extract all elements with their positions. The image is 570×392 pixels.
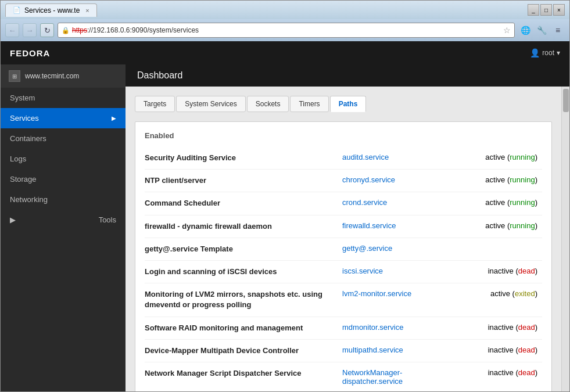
sidebar-item-containers[interactable]: Containers — [1, 128, 126, 149]
service-status: active (exited) — [476, 289, 542, 298]
sidebar-item-networking[interactable]: Networking — [1, 189, 126, 210]
sidebar-item-networking-label: Networking — [10, 195, 48, 204]
username-label: root — [542, 49, 554, 57]
service-status: active (running) — [476, 221, 542, 230]
tab-paths[interactable]: Paths — [330, 96, 367, 112]
service-status: active (running) — [476, 198, 542, 207]
status-text: inactive — [488, 267, 514, 275]
address-bar[interactable]: 🔒 https://192.168.0.6:9090/system/servic… — [58, 23, 515, 38]
status-text: inactive — [488, 346, 514, 354]
content-area: Targets System Services Sockets Timers — [126, 87, 561, 391]
tab-bar: Targets System Services Sockets Timers — [135, 96, 552, 112]
app-header: FEDORA 👤 root ▾ — [1, 41, 569, 64]
tab-system-services[interactable]: System Services — [176, 96, 245, 112]
tab-favicon: 📄 — [13, 6, 21, 14]
sidebar-item-tools-expand-icon: ▶ — [10, 215, 16, 224]
table-row[interactable]: Software RAID monitoring and management … — [145, 317, 542, 340]
service-file: chronyd.service — [342, 175, 476, 184]
table-row[interactable]: Command Scheduler crond.service active (… — [145, 192, 542, 215]
table-row[interactable]: Login and scanning of iSCSI devices iscs… — [145, 261, 542, 283]
bookmark-star-icon[interactable]: ☆ — [503, 26, 511, 35]
service-file: NetworkManager-dispatcher.service — [342, 368, 476, 386]
service-file: iscsi.service — [342, 267, 476, 275]
status-text: inactive — [488, 323, 514, 332]
status-state: exited — [515, 289, 535, 298]
browser-icon-1[interactable]: 🌐 — [518, 23, 532, 37]
back-button[interactable]: ← — [5, 23, 19, 37]
status-text: active — [490, 289, 510, 298]
scrollbar-thumb[interactable] — [563, 89, 569, 112]
tab-targets-label: Targets — [144, 100, 166, 108]
service-name: Login and scanning of iSCSI devices — [145, 267, 342, 277]
service-name: Monitoring of LVM2 mirrors, snapshots et… — [145, 289, 342, 310]
tab-close-button[interactable]: × — [85, 7, 89, 14]
table-row[interactable]: Security Auditing Service auditd.service… — [145, 147, 542, 170]
status-text: active — [485, 175, 505, 184]
status-state: running — [510, 175, 535, 184]
user-chevron-icon: ▾ — [557, 49, 560, 57]
table-row[interactable]: firewalld - dynamic firewall daemon fire… — [145, 215, 542, 238]
window-close-button[interactable]: × — [553, 4, 565, 16]
services-panel: Enabled Security Auditing Service auditd… — [135, 121, 552, 391]
service-status: inactive (dead) — [476, 346, 542, 354]
table-row[interactable]: Device-Mapper Multipath Device Controlle… — [145, 340, 542, 362]
sidebar-item-services[interactable]: Services ▶ — [1, 108, 126, 128]
service-name: Command Scheduler — [145, 198, 342, 208]
app-brand: FEDORA — [10, 48, 50, 58]
user-menu[interactable]: 👤 root ▾ — [530, 48, 560, 57]
window-controls: _ □ × — [528, 4, 565, 16]
status-state: dead — [518, 267, 535, 275]
table-row[interactable]: NTP client/server chronyd.service active… — [145, 170, 542, 192]
tab-paths-label: Paths — [339, 100, 358, 108]
refresh-button[interactable]: ↻ — [40, 23, 54, 37]
tab-system-services-label: System Services — [185, 100, 236, 108]
sidebar-item-tools-label: Tools — [99, 215, 116, 224]
browser-toolbar: ← → ↻ 🔒 https://192.168.0.6:9090/system/… — [1, 19, 569, 41]
status-state: running — [510, 198, 535, 207]
service-name: NTP client/server — [145, 175, 342, 186]
site-name: www.tecmint.com — [25, 72, 79, 80]
sidebar-item-services-label: Services — [10, 114, 39, 123]
service-name: Security Auditing Service — [145, 153, 342, 163]
main-header: Dashboard — [126, 64, 569, 87]
status-text: active — [485, 153, 505, 161]
tab-timers[interactable]: Timers — [290, 96, 328, 112]
service-file: crond.service — [342, 198, 476, 207]
service-status: active (running) — [476, 153, 542, 161]
services-chevron-icon: ▶ — [112, 115, 116, 121]
browser-tab[interactable]: 📄 Services - www.te × — [5, 3, 97, 17]
tab-targets[interactable]: Targets — [135, 96, 175, 112]
browser-menu-button[interactable]: ≡ — [551, 23, 565, 37]
sidebar-item-logs[interactable]: Logs — [1, 149, 126, 169]
sidebar-item-storage-label: Storage — [10, 175, 37, 184]
table-row[interactable]: Network Manager Script Dispatcher Servic… — [145, 362, 542, 391]
browser-icon-2[interactable]: 🔧 — [535, 23, 549, 37]
service-name: Software RAID monitoring and management — [145, 323, 342, 333]
service-file: auditd.service — [342, 153, 476, 161]
service-file: firewalld.service — [342, 221, 476, 230]
main-content: Dashboard Targets System Services — [126, 64, 569, 391]
table-row[interactable]: getty@.service Template getty@.service — [145, 238, 542, 261]
status-state: dead — [518, 323, 535, 332]
user-icon: 👤 — [530, 48, 540, 57]
sidebar-item-system[interactable]: System — [1, 88, 126, 108]
table-row[interactable]: Monitoring of LVM2 mirrors, snapshots et… — [145, 283, 542, 317]
sidebar-item-tools[interactable]: ▶ Tools — [1, 210, 126, 230]
scrollbar-track[interactable] — [561, 87, 569, 391]
content-with-scrollbar: Targets System Services Sockets Timers — [126, 87, 569, 391]
tab-sockets[interactable]: Sockets — [247, 96, 289, 112]
toolbar-icons: 🌐 🔧 ≡ — [518, 23, 565, 37]
service-status: active (running) — [476, 175, 542, 184]
forward-button[interactable]: → — [23, 23, 37, 37]
security-lock-icon: 🔒 — [62, 27, 70, 34]
https-indicator: https — [72, 26, 87, 34]
sidebar-item-storage[interactable]: Storage — [1, 169, 126, 189]
window-maximize-button[interactable]: □ — [540, 4, 552, 16]
status-text: inactive — [488, 368, 514, 377]
status-state: running — [510, 153, 535, 161]
service-file: lvm2-monitor.service — [342, 289, 476, 298]
app-container: FEDORA 👤 root ▾ ⊞ www.tecmint.com System… — [1, 41, 569, 391]
browser-window: 📄 Services - www.te × _ □ × ← → ↻ 🔒 http… — [0, 0, 570, 392]
window-minimize-button[interactable]: _ — [528, 4, 539, 16]
status-text: active — [485, 221, 505, 230]
